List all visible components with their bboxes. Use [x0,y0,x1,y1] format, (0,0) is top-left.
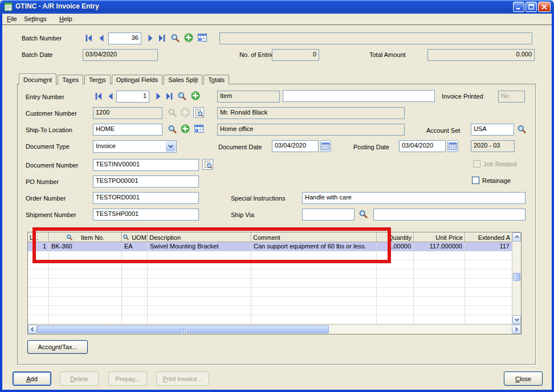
document-date-calendar-button[interactable] [320,140,331,152]
detail-grid: L... Item No. UOM Description Comment Qu… [27,232,522,334]
tab-totals[interactable]: Totals [203,75,229,84]
ship-via-description-field[interactable] [373,209,526,220]
retainage-checkbox[interactable] [472,177,479,184]
document-number-field[interactable]: TESTINV00001 [93,159,199,171]
document-type-combo[interactable]: Invoice [93,140,177,153]
grid-vertical-scrollbar[interactable] [512,232,521,324]
grid-horizontal-scrollbar[interactable] [28,324,521,334]
add-button[interactable]: Add [13,371,51,386]
grid-row-empty[interactable] [28,251,512,260]
cell-extended-amount[interactable]: 117 [465,242,512,251]
close-window-button[interactable] [538,2,551,12]
grid-header-unit-price[interactable]: Unit Price [414,232,465,242]
scroll-down-button[interactable] [512,315,521,324]
entry-previous-button[interactable] [106,92,115,101]
cell-comment[interactable]: Can support equipment of 60 lbs or less. [251,242,377,251]
tab-document[interactable]: Document [19,74,56,85]
grid-header-comment[interactable]: Comment [251,232,377,242]
grid-row-empty[interactable] [28,260,512,270]
batch-last-button[interactable] [157,34,166,43]
chevron-left-icon [29,326,36,333]
customer-number-field[interactable]: 1200 [93,107,162,119]
posting-date-label: Posting Date [353,144,389,151]
shipto-location-field[interactable]: HOME [93,124,162,136]
cell-line[interactable]: 1 [28,242,49,251]
scroll-right-button[interactable] [512,325,521,334]
po-number-field[interactable]: TESTPO00001 [93,175,199,187]
inquiry-icon [194,108,203,117]
special-instructions-field[interactable]: Handle with care [302,192,526,204]
application-window: GTINC - A/R Invoice Entry File Settings … [0,0,554,392]
grid-row-empty[interactable] [28,288,512,297]
batch-previous-button[interactable] [97,34,106,43]
shipto-new-icon[interactable] [180,124,190,134]
grid-row-empty[interactable] [28,306,512,315]
cell-unit-price[interactable]: 117.000000 [414,242,465,251]
entry-new-icon[interactable] [190,91,201,101]
ship-via-finder-icon[interactable] [358,209,368,219]
combo-dropdown-button[interactable] [166,141,176,152]
account-tax-button[interactable]: Account/Tax... [27,340,88,354]
grid-header-quantity[interactable]: Quantity [377,232,414,242]
grid-header-description[interactable]: Description [148,232,251,242]
shipto-finder-icon[interactable] [167,124,177,134]
grid-row-empty[interactable] [28,279,512,288]
posting-date-calendar-button[interactable] [447,140,458,152]
grid-header-uom[interactable]: UOM [122,232,148,242]
entry-description-field[interactable] [283,90,435,102]
ship-via-code-field[interactable] [302,209,355,220]
batch-number-field[interactable]: 36 [108,32,141,44]
batch-next-button[interactable] [146,34,155,43]
entry-last-button[interactable] [165,92,174,101]
scroll-up-button[interactable] [512,232,521,242]
cell-quantity[interactable]: 1.00000 [377,242,414,251]
batch-date-field[interactable]: 03/04/2020 [83,49,158,61]
shipto-drilldown-icon[interactable] [194,124,204,134]
maximize-button[interactable] [526,2,537,12]
cell-uom[interactable]: EA [122,242,148,251]
posting-date-field[interactable]: 03/04/2020 [399,140,446,152]
shipment-number-field[interactable]: TESTSHP0001 [93,209,199,220]
tab-sales-split[interactable]: Sales Split [164,75,202,84]
grid-header-line[interactable]: L... [28,232,49,242]
cell-item-no[interactable]: BK-360 [49,242,122,251]
grid-row-empty[interactable] [28,270,512,279]
cell-description[interactable]: Swivel Mounting Bracket [148,242,251,251]
close-button[interactable]: Close [504,371,543,386]
entry-next-button[interactable] [154,92,163,101]
grid-row-empty[interactable] [28,315,512,324]
grid-row-selected[interactable]: 1 BK-360 EA Swivel Mounting Bracket Can … [28,242,512,251]
batch-drilldown-icon[interactable] [197,32,207,43]
account-set-field[interactable]: USA [471,124,514,136]
document-date-field[interactable]: 03/04/2020 [272,140,319,152]
horizontal-scroll-thumb[interactable] [37,325,329,333]
menu-file[interactable]: File [7,15,17,22]
batch-finder-icon[interactable] [170,33,180,43]
tab-optional-fields[interactable]: Optional Fields [112,75,162,84]
menu-settings[interactable]: Settings [24,15,47,22]
grid-row-empty[interactable] [28,297,512,306]
minimize-button[interactable] [513,2,524,12]
titlebar[interactable]: GTINC - A/R Invoice Entry [0,0,554,14]
customer-inquiry-button[interactable] [193,107,204,118]
menu-help[interactable]: Help [59,15,72,22]
entry-number-field[interactable]: 1 [116,91,149,103]
tab-taxes[interactable]: Taxes [58,75,83,84]
close-icon [541,4,547,10]
grid-body[interactable]: 1 BK-360 EA Swivel Mounting Bracket Can … [28,242,512,324]
order-number-field[interactable]: TESTORD0001 [93,192,199,204]
batch-first-button[interactable] [84,34,93,43]
document-inquiry-button[interactable] [202,159,213,170]
batch-new-icon[interactable] [184,32,194,43]
grid-header-extended-amount[interactable]: Extended A [465,232,512,242]
account-set-finder-icon[interactable] [516,124,527,134]
grid-header-item-no[interactable]: Item No. [49,232,122,242]
entry-finder-icon[interactable] [177,91,187,101]
vertical-scroll-thumb[interactable] [513,273,520,281]
tab-terms[interactable]: Terms [84,75,111,84]
entry-first-button[interactable] [94,92,103,101]
scroll-left-button[interactable] [28,325,37,334]
invoice-printed-field: No [498,91,525,103]
entries-field: 0 [272,49,319,61]
batch-description-field[interactable] [219,32,532,44]
